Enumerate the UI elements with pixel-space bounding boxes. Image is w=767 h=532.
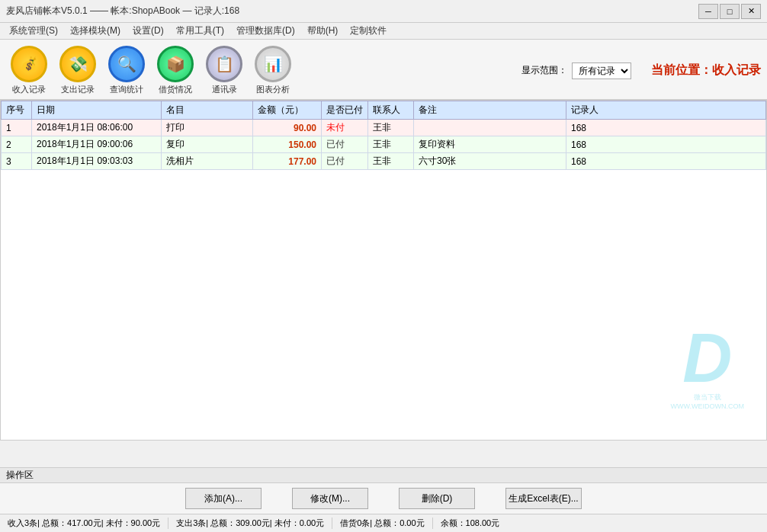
menu-help[interactable]: 帮助(H)	[301, 23, 345, 39]
col-paid: 是否已付	[322, 101, 368, 120]
col-name: 名目	[162, 101, 253, 120]
title-text: 麦风店铺帐本V5.0.1 —— 帐本:ShopABook — 记录人:168	[6, 5, 239, 18]
cell-note: 复印资料	[414, 136, 566, 153]
cell-contact: 王非	[368, 120, 414, 136]
operation-label: 操作区	[0, 468, 767, 483]
watermark-letter: D	[671, 324, 744, 393]
col-recorder: 记录人	[566, 101, 766, 120]
minimize-button[interactable]: ─	[698, 4, 718, 19]
table-container: 序号 日期 名目 金额（元） 是否已付 联系人 备注 记录人 1 2018年1月…	[0, 100, 767, 441]
cell-amount: 177.00	[253, 153, 322, 170]
menu-custom[interactable]: 定制软件	[344, 23, 393, 39]
expense-icon: 💸	[59, 46, 96, 82]
loan-button[interactable]: 📦 借货情况	[152, 44, 198, 97]
menu-system[interactable]: 系统管理(S)	[3, 23, 64, 39]
cell-date: 2018年1月1日 08:06:00	[32, 120, 162, 136]
menu-bar: 系统管理(S) 选择模块(M) 设置(D) 常用工具(T) 管理数据库(D) 帮…	[0, 23, 767, 40]
chart-label: 图表分析	[256, 84, 290, 95]
contact-button[interactable]: 📋 通讯录	[201, 44, 247, 97]
add-button[interactable]: 添加(A)...	[185, 488, 262, 509]
title-bar: 麦风店铺帐本V5.0.1 —— 帐本:ShopABook — 记录人:168 ─…	[0, 0, 767, 23]
title-controls: ─ □ ✕	[698, 4, 761, 19]
main-content: 序号 日期 名目 金额（元） 是否已付 联系人 备注 记录人 1 2018年1月…	[0, 99, 767, 441]
cell-amount: 90.00	[253, 120, 322, 136]
cell-contact: 王非	[368, 153, 414, 170]
maximize-button[interactable]: □	[720, 4, 740, 19]
income-label: 收入记录	[12, 84, 46, 95]
cell-recorder: 168	[566, 136, 766, 153]
loan-icon: 📦	[157, 46, 194, 82]
cell-paid: 已付	[322, 153, 368, 170]
table-row[interactable]: 1 2018年1月1日 08:06:00 打印 90.00 未付 王非 168	[2, 120, 766, 136]
watermark-text: 微当下载WWW.WEIDOWN.COM	[671, 393, 744, 410]
cell-name: 打印	[162, 120, 253, 136]
query-label: 查询统计	[110, 84, 143, 95]
table-header-row: 序号 日期 名目 金额（元） 是否已付 联系人 备注 记录人	[2, 101, 766, 120]
expense-record-button[interactable]: 💸 支出记录	[55, 44, 101, 97]
income-record-button[interactable]: 💰 ↑ 收入记录	[6, 44, 52, 97]
cell-contact: 王非	[368, 136, 414, 153]
loan-label: 借货情况	[159, 84, 192, 95]
query-icon: 🔍	[108, 46, 145, 82]
display-range-label: 显示范围：	[521, 64, 567, 77]
cell-seq: 3	[2, 153, 32, 170]
cell-amount: 150.00	[253, 136, 322, 153]
delete-button[interactable]: 删除(D)	[399, 488, 475, 509]
col-note: 备注	[414, 101, 566, 120]
col-amount: 金额（元）	[253, 101, 322, 120]
status-balance: 余额：108.00元	[433, 518, 508, 529]
menu-database[interactable]: 管理数据库(D)	[230, 23, 301, 39]
operation-area: 操作区 添加(A)... 修改(M)... 删除(D) 生成Excel表(E).…	[0, 467, 767, 514]
chart-icon: 📊	[255, 46, 291, 82]
current-position: 当前位置：收入记录	[651, 62, 761, 79]
contact-icon: 📋	[206, 46, 242, 82]
cell-note	[414, 120, 566, 136]
toolbar-right: 显示范围： 所有记录 今天 本周 本月 本年 当前位置：收入记录	[521, 62, 761, 79]
cell-name: 洗相片	[162, 153, 253, 170]
cell-note: 六寸30张	[414, 153, 566, 170]
watermark: D 微当下载WWW.WEIDOWN.COM	[671, 324, 744, 410]
cell-recorder: 168	[566, 153, 766, 170]
col-date: 日期	[32, 101, 162, 120]
status-expense: 支出3条| 总额：309.00元| 未付：0.00元	[168, 518, 332, 529]
query-stats-button[interactable]: 🔍 查询统计	[104, 44, 149, 97]
cell-recorder: 168	[566, 120, 766, 136]
table-row[interactable]: 2 2018年1月1日 09:00:06 复印 150.00 已付 王非 复印资…	[2, 136, 766, 153]
menu-tools[interactable]: 常用工具(T)	[170, 23, 230, 39]
display-range-select[interactable]: 所有记录 今天 本周 本月 本年	[572, 62, 631, 79]
chart-button[interactable]: 📊 图表分析	[250, 44, 296, 97]
cell-paid: 已付	[322, 136, 368, 153]
col-seq: 序号	[2, 101, 32, 120]
menu-module[interactable]: 选择模块(M)	[64, 23, 127, 39]
action-buttons: 添加(A)... 修改(M)... 删除(D) 生成Excel表(E)...	[0, 483, 767, 514]
cell-paid: 未付	[322, 120, 368, 136]
edit-button[interactable]: 修改(M)...	[292, 488, 368, 509]
cell-seq: 2	[2, 136, 32, 153]
cell-date: 2018年1月1日 09:00:06	[32, 136, 162, 153]
cell-seq: 1	[2, 120, 32, 136]
toolbar: 💰 ↑ 收入记录 💸 支出记录 🔍 查询统计 📦 借货情况 📋 通讯录 📊 图表…	[0, 40, 767, 102]
col-contact: 联系人	[368, 101, 414, 120]
menu-settings[interactable]: 设置(D)	[127, 23, 170, 39]
cell-name: 复印	[162, 136, 253, 153]
close-button[interactable]: ✕	[741, 4, 761, 19]
cell-date: 2018年1月1日 09:03:03	[32, 153, 162, 170]
expense-label: 支出记录	[61, 84, 95, 95]
export-excel-button[interactable]: 生成Excel表(E)...	[505, 488, 582, 509]
table-row[interactable]: 3 2018年1月1日 09:03:03 洗相片 177.00 已付 王非 六寸…	[2, 153, 766, 170]
status-bar: 收入3条| 总额：417.00元| 未付：90.00元 支出3条| 总额：309…	[0, 514, 767, 532]
contact-label: 通讯录	[212, 84, 237, 95]
records-table: 序号 日期 名目 金额（元） 是否已付 联系人 备注 记录人 1 2018年1月…	[1, 101, 766, 170]
status-loan: 借货0条| 总额：0.00元	[332, 518, 432, 529]
status-income: 收入3条| 总额：417.00元| 未付：90.00元	[0, 518, 168, 529]
income-icon: 💰 ↑	[11, 46, 47, 82]
